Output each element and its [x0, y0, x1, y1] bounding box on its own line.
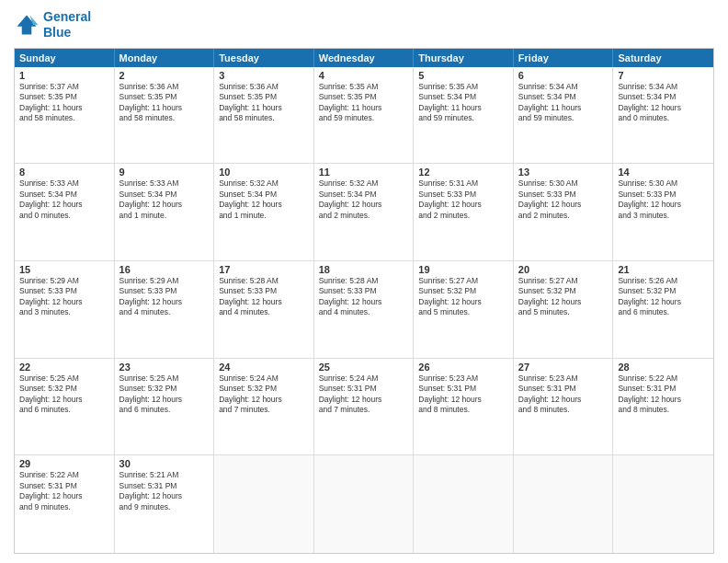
day-info-17: Sunrise: 5:28 AM Sunset: 5:33 PM Dayligh…	[219, 276, 309, 318]
day-number-24: 24	[219, 362, 309, 373]
weekday-header-friday: Friday	[514, 49, 614, 67]
day-info-29: Sunrise: 5:22 AM Sunset: 5:31 PM Dayligh…	[19, 470, 109, 512]
day-number-11: 11	[319, 167, 409, 178]
logo-icon	[14, 12, 40, 38]
day-number-6: 6	[518, 70, 609, 81]
day-cell-empty	[514, 455, 614, 553]
day-cell-8: 8Sunrise: 5:33 AM Sunset: 5:34 PM Daylig…	[15, 164, 115, 260]
calendar: SundayMondayTuesdayWednesdayThursdayFrid…	[14, 48, 714, 554]
day-cell-empty	[214, 455, 314, 553]
day-cell-15: 15Sunrise: 5:29 AM Sunset: 5:33 PM Dayli…	[15, 261, 115, 358]
logo-blue: Blue	[43, 25, 71, 40]
calendar-header: SundayMondayTuesdayWednesdayThursdayFrid…	[15, 49, 713, 67]
day-cell-empty	[414, 455, 514, 553]
day-cell-30: 30Sunrise: 5:21 AM Sunset: 5:31 PM Dayli…	[115, 455, 215, 553]
day-cell-22: 22Sunrise: 5:25 AM Sunset: 5:32 PM Dayli…	[15, 359, 115, 455]
day-info-26: Sunrise: 5:23 AM Sunset: 5:31 PM Dayligh…	[418, 373, 508, 416]
day-cell-19: 19Sunrise: 5:27 AM Sunset: 5:32 PM Dayli…	[414, 261, 514, 358]
day-number-4: 4	[319, 70, 409, 81]
day-info-14: Sunrise: 5:30 AM Sunset: 5:33 PM Dayligh…	[618, 178, 709, 221]
day-number-23: 23	[119, 362, 210, 373]
day-number-30: 30	[119, 458, 210, 469]
day-number-15: 15	[19, 264, 109, 275]
weekday-header-thursday: Thursday	[414, 49, 514, 67]
day-info-22: Sunrise: 5:25 AM Sunset: 5:32 PM Dayligh…	[19, 373, 109, 416]
day-info-19: Sunrise: 5:27 AM Sunset: 5:32 PM Dayligh…	[418, 276, 508, 318]
day-number-28: 28	[618, 362, 709, 373]
day-cell-20: 20Sunrise: 5:27 AM Sunset: 5:32 PM Dayli…	[514, 261, 614, 358]
day-cell-23: 23Sunrise: 5:25 AM Sunset: 5:32 PM Dayli…	[115, 359, 215, 455]
day-info-18: Sunrise: 5:28 AM Sunset: 5:33 PM Dayligh…	[319, 276, 409, 318]
day-number-7: 7	[618, 70, 709, 81]
day-cell-3: 3Sunrise: 5:36 AM Sunset: 5:35 PM Daylig…	[214, 67, 314, 164]
day-info-15: Sunrise: 5:29 AM Sunset: 5:33 PM Dayligh…	[19, 276, 109, 318]
weekday-header-saturday: Saturday	[613, 49, 713, 67]
day-cell-empty	[613, 455, 713, 553]
day-number-14: 14	[618, 167, 709, 178]
day-number-29: 29	[19, 458, 109, 469]
day-cell-14: 14Sunrise: 5:30 AM Sunset: 5:33 PM Dayli…	[613, 164, 713, 260]
logo-text: General Blue	[43, 9, 91, 40]
day-cell-13: 13Sunrise: 5:30 AM Sunset: 5:33 PM Dayli…	[514, 164, 614, 260]
day-number-21: 21	[618, 264, 709, 275]
calendar-body: 1Sunrise: 5:37 AM Sunset: 5:35 PM Daylig…	[15, 67, 713, 553]
day-cell-16: 16Sunrise: 5:29 AM Sunset: 5:33 PM Dayli…	[115, 261, 215, 358]
day-number-13: 13	[518, 167, 609, 178]
day-info-11: Sunrise: 5:32 AM Sunset: 5:34 PM Dayligh…	[319, 178, 409, 221]
day-cell-6: 6Sunrise: 5:34 AM Sunset: 5:34 PM Daylig…	[514, 67, 614, 164]
day-info-2: Sunrise: 5:36 AM Sunset: 5:35 PM Dayligh…	[119, 82, 210, 124]
day-cell-26: 26Sunrise: 5:23 AM Sunset: 5:31 PM Dayli…	[414, 359, 514, 455]
day-cell-21: 21Sunrise: 5:26 AM Sunset: 5:32 PM Dayli…	[613, 261, 713, 358]
day-info-4: Sunrise: 5:35 AM Sunset: 5:35 PM Dayligh…	[319, 82, 409, 124]
weekday-header-tuesday: Tuesday	[214, 49, 314, 67]
day-cell-12: 12Sunrise: 5:31 AM Sunset: 5:33 PM Dayli…	[414, 164, 514, 260]
day-number-10: 10	[219, 167, 309, 178]
day-info-7: Sunrise: 5:34 AM Sunset: 5:34 PM Dayligh…	[618, 82, 709, 124]
day-cell-9: 9Sunrise: 5:33 AM Sunset: 5:34 PM Daylig…	[115, 164, 215, 260]
calendar-row-2: 8Sunrise: 5:33 AM Sunset: 5:34 PM Daylig…	[15, 164, 713, 261]
page: General Blue SundayMondayTuesdayWednesda…	[0, 0, 728, 563]
day-cell-27: 27Sunrise: 5:23 AM Sunset: 5:31 PM Dayli…	[514, 359, 614, 455]
day-info-5: Sunrise: 5:35 AM Sunset: 5:34 PM Dayligh…	[418, 82, 508, 124]
day-number-25: 25	[319, 362, 409, 373]
day-info-10: Sunrise: 5:32 AM Sunset: 5:34 PM Dayligh…	[219, 178, 309, 221]
header: General Blue	[14, 9, 714, 40]
day-cell-11: 11Sunrise: 5:32 AM Sunset: 5:34 PM Dayli…	[314, 164, 415, 260]
day-info-25: Sunrise: 5:24 AM Sunset: 5:31 PM Dayligh…	[319, 373, 409, 416]
day-cell-10: 10Sunrise: 5:32 AM Sunset: 5:34 PM Dayli…	[214, 164, 314, 260]
day-cell-empty	[314, 455, 415, 553]
day-cell-4: 4Sunrise: 5:35 AM Sunset: 5:35 PM Daylig…	[314, 67, 415, 164]
day-number-5: 5	[418, 70, 508, 81]
day-cell-18: 18Sunrise: 5:28 AM Sunset: 5:33 PM Dayli…	[314, 261, 415, 358]
calendar-row-1: 1Sunrise: 5:37 AM Sunset: 5:35 PM Daylig…	[15, 67, 713, 165]
logo: General Blue	[14, 9, 91, 40]
day-cell-17: 17Sunrise: 5:28 AM Sunset: 5:33 PM Dayli…	[214, 261, 314, 358]
day-number-19: 19	[418, 264, 508, 275]
day-info-13: Sunrise: 5:30 AM Sunset: 5:33 PM Dayligh…	[518, 178, 609, 221]
day-cell-1: 1Sunrise: 5:37 AM Sunset: 5:35 PM Daylig…	[15, 67, 115, 164]
day-number-18: 18	[319, 264, 409, 275]
day-info-30: Sunrise: 5:21 AM Sunset: 5:31 PM Dayligh…	[119, 470, 210, 512]
day-number-20: 20	[518, 264, 609, 275]
weekday-header-monday: Monday	[115, 49, 215, 67]
day-number-9: 9	[119, 167, 210, 178]
day-number-3: 3	[219, 70, 309, 81]
day-info-16: Sunrise: 5:29 AM Sunset: 5:33 PM Dayligh…	[119, 276, 210, 318]
day-cell-7: 7Sunrise: 5:34 AM Sunset: 5:34 PM Daylig…	[613, 67, 713, 164]
calendar-row-4: 22Sunrise: 5:25 AM Sunset: 5:32 PM Dayli…	[15, 359, 713, 456]
day-info-20: Sunrise: 5:27 AM Sunset: 5:32 PM Dayligh…	[518, 276, 609, 318]
day-info-6: Sunrise: 5:34 AM Sunset: 5:34 PM Dayligh…	[518, 82, 609, 124]
day-cell-2: 2Sunrise: 5:36 AM Sunset: 5:35 PM Daylig…	[115, 67, 215, 164]
day-number-26: 26	[418, 362, 508, 373]
day-info-8: Sunrise: 5:33 AM Sunset: 5:34 PM Dayligh…	[19, 178, 109, 221]
day-number-2: 2	[119, 70, 210, 81]
day-cell-29: 29Sunrise: 5:22 AM Sunset: 5:31 PM Dayli…	[15, 455, 115, 553]
weekday-header-wednesday: Wednesday	[314, 49, 415, 67]
day-info-3: Sunrise: 5:36 AM Sunset: 5:35 PM Dayligh…	[219, 82, 309, 124]
day-number-8: 8	[19, 167, 109, 178]
day-number-17: 17	[219, 264, 309, 275]
day-info-28: Sunrise: 5:22 AM Sunset: 5:31 PM Dayligh…	[618, 373, 709, 416]
weekday-header-sunday: Sunday	[15, 49, 115, 67]
day-info-12: Sunrise: 5:31 AM Sunset: 5:33 PM Dayligh…	[418, 178, 508, 221]
day-info-21: Sunrise: 5:26 AM Sunset: 5:32 PM Dayligh…	[618, 276, 709, 318]
